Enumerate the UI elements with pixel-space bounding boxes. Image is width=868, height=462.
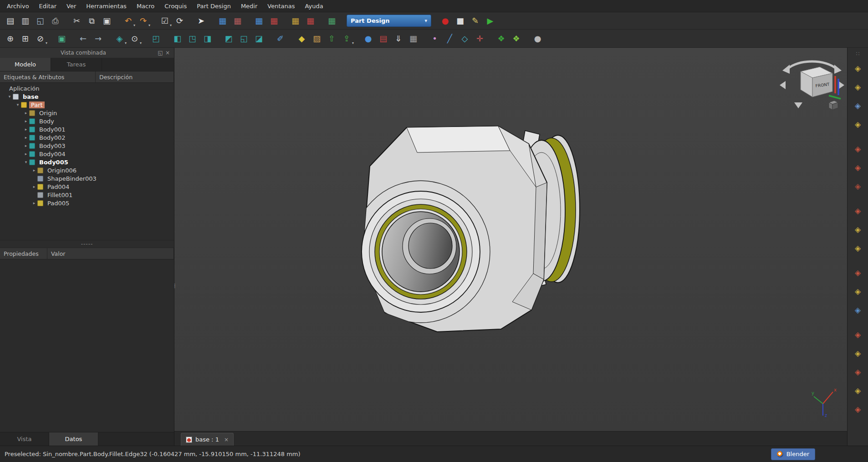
expander-icon[interactable]: ▸ bbox=[23, 143, 29, 148]
cube-tool-icon-1[interactable]: ◈ bbox=[851, 61, 865, 75]
tree-item-fillet001[interactable]: Fillet001 bbox=[0, 191, 174, 199]
menu-ayuda[interactable]: Ayuda bbox=[300, 0, 328, 12]
tree-item-base[interactable]: ▾ base bbox=[0, 92, 174, 101]
expander-icon[interactable]: ▸ bbox=[23, 127, 29, 132]
sketch-tool-icon-7[interactable]: ▦ bbox=[324, 14, 339, 28]
cube-tool-icon-7[interactable]: ◈ bbox=[851, 179, 865, 193]
cut-icon[interactable]: ✂ bbox=[69, 14, 84, 28]
tree-item-shapebinder003[interactable]: ShapeBinder003 bbox=[0, 174, 174, 183]
expander-icon[interactable]: ▾ bbox=[15, 102, 21, 107]
tree-item-pad004[interactable]: ▸ Pad004 bbox=[0, 183, 174, 191]
tree-item-body003[interactable]: ▸ Body003 bbox=[0, 142, 174, 150]
front-view-icon[interactable]: ◧ bbox=[170, 32, 185, 46]
cube-tool-icon-15[interactable]: ◈ bbox=[851, 346, 865, 360]
print-icon[interactable]: ⎙ bbox=[48, 14, 63, 28]
close-tab-icon[interactable]: × bbox=[224, 437, 229, 443]
cube-tool-icon-5[interactable]: ◈ bbox=[851, 142, 865, 156]
cube-tool-icon-14[interactable]: ◈ bbox=[851, 328, 865, 341]
boolean-tool-icon-2[interactable]: ❖ bbox=[509, 32, 524, 46]
toolbar-drag-handle[interactable]: ∷ bbox=[856, 51, 860, 57]
red-document-icon[interactable]: ▤ bbox=[376, 32, 391, 46]
tree-item-body005[interactable]: ▾ Body005 bbox=[0, 158, 174, 166]
menu-macro[interactable]: Macro bbox=[132, 0, 159, 12]
tree-item-origin006[interactable]: ▸ Origin006 bbox=[0, 166, 174, 174]
axonometric-view-icon[interactable]: ◈ ▾ bbox=[112, 32, 127, 46]
sync-selection-icon[interactable]: ▣ bbox=[54, 32, 69, 46]
left-view-icon[interactable]: ◪ bbox=[251, 32, 266, 46]
expander-icon[interactable]: ▸ bbox=[23, 135, 29, 140]
tab-modelo[interactable]: Modelo bbox=[0, 58, 51, 71]
sketch-tool-icon-3[interactable]: ▦ bbox=[251, 14, 266, 28]
gray-sphere-icon[interactable]: ● bbox=[530, 32, 545, 46]
workbench-selector[interactable]: Part Design ▾ bbox=[347, 15, 431, 27]
edit-macro-icon[interactable]: ✎ bbox=[468, 14, 483, 28]
menu-ver[interactable]: Ver bbox=[61, 0, 81, 12]
export-options-icon[interactable]: ⇪ ▾ bbox=[339, 32, 354, 46]
create-body-icon[interactable]: ◆ bbox=[294, 32, 309, 46]
menu-archivo[interactable]: Archivo bbox=[2, 0, 34, 12]
cube-tool-icon-4[interactable]: ◈ bbox=[851, 117, 865, 131]
sketch-tool-icon-4[interactable]: ▦ bbox=[266, 14, 281, 28]
float-panel-icon[interactable]: ◱ bbox=[157, 50, 164, 56]
cube-tool-icon-9[interactable]: ◈ bbox=[851, 223, 865, 236]
cube-tool-icon-2[interactable]: ◈ bbox=[851, 80, 865, 94]
sketch-tool-icon-6[interactable]: ▦ bbox=[303, 14, 318, 28]
rear-view-icon[interactable]: ◩ bbox=[221, 32, 236, 46]
tree-item-pad005[interactable]: ▸ Pad005 bbox=[0, 199, 174, 207]
datum-plane-icon[interactable]: ◇ bbox=[457, 32, 472, 46]
zoom-tools-icon[interactable]: ⊙ ▾ bbox=[127, 32, 142, 46]
paste-icon[interactable]: ▣ bbox=[99, 14, 114, 28]
select-pointer-icon[interactable]: ➤ bbox=[194, 14, 209, 28]
record-macro-icon[interactable]: ● bbox=[438, 14, 453, 28]
cube-tool-icon-18[interactable]: ◈ bbox=[851, 402, 865, 416]
datum-cs-icon[interactable]: ✛ bbox=[472, 32, 487, 46]
tab-vista[interactable]: Vista bbox=[0, 432, 49, 446]
cube-tool-icon-13[interactable]: ◈ bbox=[851, 303, 865, 317]
combined-view-titlebar[interactable]: × Vista combinada ◱ × bbox=[0, 48, 174, 58]
tree-item-body002[interactable]: ▸ Body002 bbox=[0, 133, 174, 142]
tree-item-body004[interactable]: ▸ Body004 bbox=[0, 150, 174, 158]
menu-croquis[interactable]: Croquis bbox=[159, 0, 192, 12]
right-view-icon[interactable]: ◨ bbox=[200, 32, 215, 46]
cube-tool-icon-3[interactable]: ◈ bbox=[851, 99, 865, 112]
validate-sketch-icon[interactable]: ☑ ▾ bbox=[157, 14, 172, 28]
sketch-tool-icon-2[interactable]: ▦ bbox=[230, 14, 245, 28]
blender-button[interactable]: Blender bbox=[771, 448, 815, 460]
measure-icon[interactable]: ✐ bbox=[273, 32, 288, 46]
cube-tool-icon-11[interactable]: ◈ bbox=[851, 266, 865, 279]
save-file-icon[interactable]: ◱ bbox=[33, 14, 48, 28]
tree-item-aplicacion[interactable]: Aplicación bbox=[0, 84, 174, 92]
tree-item-body[interactable]: ▸ Body bbox=[0, 117, 174, 125]
expander-icon[interactable]: ▸ bbox=[23, 152, 29, 156]
model-3d[interactable] bbox=[352, 122, 589, 345]
undo-icon[interactable]: ↶ ▾ bbox=[121, 14, 136, 28]
properties-editor[interactable] bbox=[0, 259, 174, 432]
new-file-icon[interactable]: ▤ bbox=[3, 14, 18, 28]
datum-line-icon[interactable]: ╱ bbox=[442, 32, 457, 46]
close-panel-icon[interactable]: × bbox=[164, 50, 171, 56]
redo-icon[interactable]: ↷ ▾ bbox=[136, 14, 151, 28]
cube-tool-icon-10[interactable]: ◈ bbox=[851, 241, 865, 255]
tree-item-origin[interactable]: ▸ Origin bbox=[0, 109, 174, 117]
bottom-view-icon[interactable]: ◱ bbox=[236, 32, 251, 46]
datum-point-icon[interactable]: • bbox=[427, 32, 442, 46]
expander-icon[interactable]: ▸ bbox=[23, 111, 29, 115]
tree-item-body001[interactable]: ▸ Body001 bbox=[0, 125, 174, 133]
tree-item-part[interactable]: ▾ Part bbox=[0, 101, 174, 109]
expander-icon[interactable]: ▸ bbox=[31, 201, 37, 205]
tab-tareas[interactable]: Tareas bbox=[51, 58, 102, 71]
boolean-tool-icon-1[interactable]: ❖ bbox=[494, 32, 509, 46]
tab-datos[interactable]: Datos bbox=[49, 432, 98, 446]
menu-medir[interactable]: Medir bbox=[236, 0, 262, 12]
fit-all-icon[interactable]: ⊕ bbox=[3, 32, 18, 46]
cube-tool-icon-6[interactable]: ◈ bbox=[851, 161, 865, 174]
expander-icon[interactable]: ▾ bbox=[6, 94, 13, 99]
open-file-icon[interactable]: ▥ bbox=[18, 14, 33, 28]
menu-part-design[interactable]: Part Design bbox=[192, 0, 236, 12]
panel-splitter-handle[interactable]: ----- bbox=[0, 240, 174, 248]
cube-tool-icon-17[interactable]: ◈ bbox=[851, 384, 865, 397]
nav-forward-icon[interactable]: → bbox=[91, 32, 106, 46]
zoom-region-icon[interactable]: ⊞ bbox=[18, 32, 33, 46]
expander-icon[interactable]: ▸ bbox=[31, 168, 37, 173]
sketch-tool-icon-5[interactable]: ▦ bbox=[288, 14, 303, 28]
